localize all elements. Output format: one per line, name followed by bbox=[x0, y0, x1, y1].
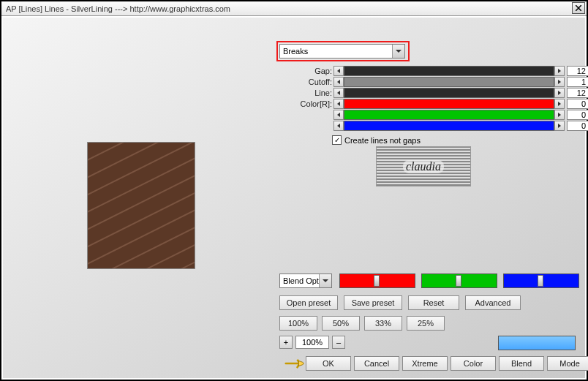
svg-line-7 bbox=[88, 206, 195, 268]
create-lines-checkbox[interactable] bbox=[332, 135, 342, 145]
cancel-button[interactable]: Cancel bbox=[354, 356, 399, 371]
logo-graphic: claudia bbox=[376, 146, 471, 186]
line-inc[interactable] bbox=[554, 88, 565, 98]
cutoff-inc[interactable] bbox=[554, 77, 565, 87]
dialog-body: Breaks Gap: 12 Cutoff: 1 Line: 12 Color[… bbox=[3, 18, 585, 378]
svg-line-6 bbox=[88, 189, 195, 261]
chevron-down-icon bbox=[319, 274, 331, 287]
colorr-value[interactable]: 0 bbox=[567, 99, 588, 109]
param-gap: Gap: 12 bbox=[295, 66, 588, 76]
close-button[interactable] bbox=[572, 2, 585, 14]
colorb-value[interactable]: 0 bbox=[567, 121, 588, 131]
reset-button[interactable]: Reset bbox=[408, 295, 459, 310]
breaks-dropdown[interactable]: Breaks bbox=[279, 44, 405, 59]
gap-inc[interactable] bbox=[554, 66, 565, 76]
open-preset-button[interactable]: Open preset bbox=[279, 295, 338, 310]
svg-line-4 bbox=[88, 154, 195, 227]
param-line: Line: 12 bbox=[295, 88, 588, 98]
red-slider[interactable] bbox=[339, 274, 415, 288]
window-title: AP [Lines] Lines - SilverLining ---> htt… bbox=[6, 4, 230, 13]
line-dec[interactable] bbox=[333, 88, 344, 98]
advanced-button[interactable]: Advanced bbox=[465, 295, 521, 310]
chevron-down-icon bbox=[392, 45, 404, 58]
cutoff-value[interactable]: 1 bbox=[567, 77, 588, 87]
line-label: Line: bbox=[295, 88, 333, 97]
bottom-button-row: OK Cancel Xtreme Color Blend Mode bbox=[306, 356, 588, 371]
pointer-hand-icon bbox=[284, 356, 305, 371]
zoom-in-button[interactable]: + bbox=[279, 336, 293, 349]
colorg-slider[interactable] bbox=[344, 110, 554, 120]
gap-value[interactable]: 12 bbox=[567, 66, 588, 76]
colorb-slider[interactable] bbox=[344, 121, 554, 131]
svg-line-5 bbox=[88, 171, 195, 244]
breaks-dropdown-label: Breaks bbox=[283, 47, 308, 56]
blue-slider[interactable] bbox=[503, 274, 579, 288]
colorr-slider[interactable] bbox=[344, 99, 554, 109]
zoom-stepper: + 100% – bbox=[279, 336, 345, 349]
zoom-value[interactable]: 100% bbox=[295, 336, 329, 349]
param-color-r: Color[R]: 0 bbox=[295, 99, 588, 109]
gap-dec[interactable] bbox=[333, 66, 344, 76]
zoom-out-button[interactable]: – bbox=[332, 336, 345, 349]
zoom-100-button[interactable]: 100% bbox=[279, 316, 317, 331]
colorg-dec[interactable] bbox=[333, 110, 344, 120]
colorg-inc[interactable] bbox=[554, 110, 565, 120]
blend-dropdown[interactable]: Blend Optic bbox=[279, 274, 332, 288]
svg-line-8 bbox=[88, 223, 195, 268]
line-slider[interactable] bbox=[344, 88, 554, 98]
param-color-g: 0 bbox=[295, 110, 588, 120]
gap-label: Gap: bbox=[295, 67, 333, 75]
zoom-50-button[interactable]: 50% bbox=[322, 316, 360, 331]
zoom-33-button[interactable]: 33% bbox=[364, 316, 402, 331]
preview-pattern bbox=[88, 143, 195, 268]
colorr-label: Color[R]: bbox=[295, 99, 333, 108]
cutoff-dec[interactable] bbox=[333, 77, 344, 87]
color-swatch[interactable] bbox=[498, 336, 576, 350]
cutoff-slider[interactable] bbox=[344, 77, 554, 87]
param-color-b: 0 bbox=[295, 121, 588, 131]
green-slider[interactable] bbox=[421, 274, 497, 288]
colorb-dec[interactable] bbox=[333, 121, 344, 131]
cutoff-label: Cutoff: bbox=[295, 78, 333, 86]
titlebar: AP [Lines] Lines - SilverLining ---> htt… bbox=[1, 1, 587, 16]
colorg-value[interactable]: 0 bbox=[567, 110, 588, 120]
save-preset-button[interactable]: Save preset bbox=[344, 295, 402, 310]
logo-text: claudia bbox=[403, 160, 444, 173]
colorr-dec[interactable] bbox=[333, 99, 344, 109]
gap-slider[interactable] bbox=[344, 66, 554, 76]
colorr-inc[interactable] bbox=[554, 99, 565, 109]
param-cutoff: Cutoff: 1 bbox=[295, 77, 588, 87]
colorb-inc[interactable] bbox=[554, 121, 565, 131]
color-button[interactable]: Color bbox=[451, 356, 496, 371]
line-value[interactable]: 12 bbox=[567, 88, 588, 98]
create-lines-checkbox-row: Create lines not gaps bbox=[332, 135, 421, 145]
zoom-25-button[interactable]: 25% bbox=[407, 316, 445, 331]
create-lines-label: Create lines not gaps bbox=[344, 136, 421, 145]
preview-thumbnail bbox=[87, 142, 195, 269]
mode-button[interactable]: Mode bbox=[547, 356, 588, 371]
xtreme-button[interactable]: Xtreme bbox=[402, 356, 448, 371]
close-icon bbox=[576, 5, 581, 11]
ok-button[interactable]: OK bbox=[306, 356, 351, 371]
blend-button[interactable]: Blend bbox=[499, 356, 544, 371]
svg-line-10 bbox=[88, 258, 195, 268]
